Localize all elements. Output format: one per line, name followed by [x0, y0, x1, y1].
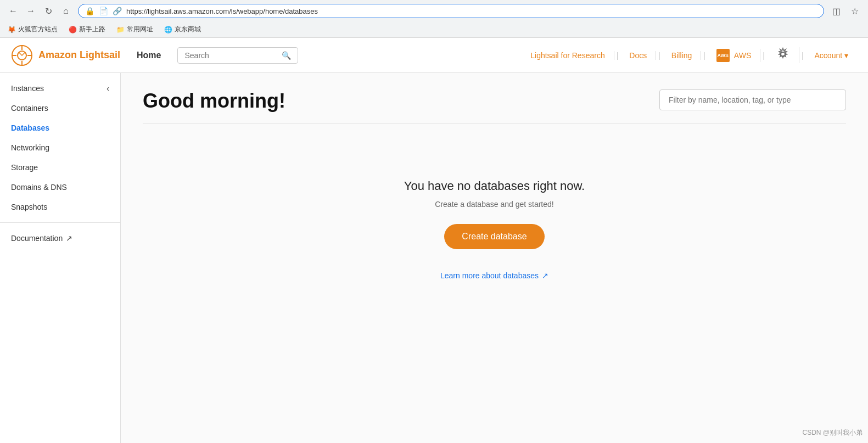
filter-input[interactable]	[659, 89, 846, 110]
sidebar-item-snapshots[interactable]: Snapshots	[0, 197, 120, 217]
search-bar[interactable]: 🔍	[177, 47, 298, 64]
sidebar-item-networking[interactable]: Networking	[0, 138, 120, 158]
bookmark-jd[interactable]: 🌐 京东商城	[162, 24, 203, 35]
home-nav-link[interactable]: Home	[131, 51, 166, 60]
main-layout: Instances ‹ Containers Databases Network…	[0, 73, 868, 443]
lock-icon: 🔒	[85, 7, 94, 15]
site-icon: 📄	[99, 7, 108, 15]
billing-link[interactable]: Billing	[663, 51, 701, 60]
settings-gear[interactable]	[767, 47, 799, 63]
back-button[interactable]: ←	[5, 3, 21, 19]
bookmark-common[interactable]: 📁 常用网址	[114, 24, 155, 35]
watermark: CSDN @别叫我小弟	[802, 428, 863, 438]
sidebar-item-databases[interactable]: Databases	[0, 118, 120, 138]
qr-icon[interactable]: ◫	[828, 3, 844, 19]
share-icon: 🔗	[113, 7, 122, 15]
bookmarks-bar: 🦊 火狐官方站点 🔴 新手上路 📁 常用网址 🌐 京东商城	[0, 22, 868, 37]
collapse-icon: ‹	[107, 84, 109, 93]
browser-chrome: ← → ↻ ⌂ 🔒 📄 🔗 ◫ ☆ 🦊 火狐官方站点 🔴 新手上路 📁 常用网址…	[0, 0, 868, 38]
home-button[interactable]: ⌂	[58, 3, 74, 19]
external-link-icon: ↗	[542, 271, 548, 280]
bookmark-newuser[interactable]: 🔴 新手上路	[66, 24, 108, 35]
browser-icons: ◫ ☆	[828, 3, 863, 19]
gear-icon	[776, 47, 790, 61]
learn-more-link[interactable]: Learn more about databases ↗	[154, 271, 835, 280]
aws-nav-item[interactable]: AWS AWS	[708, 49, 760, 62]
aws-box-icon: AWS	[716, 49, 730, 62]
docs-link[interactable]: Docs	[620, 51, 656, 60]
greeting-text: Good morning!	[143, 89, 285, 113]
empty-state: You have no databases right now. Create …	[143, 157, 846, 302]
account-nav-item[interactable]: Account ▾	[806, 51, 857, 60]
header-nav: Lightsail for Research | Docs | Billing …	[522, 47, 857, 63]
content-header: Good morning!	[143, 89, 846, 113]
address-bar-input[interactable]	[126, 7, 817, 15]
content-area: Good morning! You have no databases righ…	[121, 73, 868, 443]
logo-text: Amazon Lightsail	[38, 49, 120, 61]
lightsail-research-link[interactable]: Lightsail for Research	[522, 51, 614, 60]
empty-state-subtitle: Create a database and get started!	[154, 200, 835, 209]
nav-buttons: ← → ↻ ⌂	[5, 3, 74, 19]
bookmark-firefox[interactable]: 🦊 火狐官方站点	[5, 24, 60, 35]
sidebar-item-instances[interactable]: Instances ‹	[0, 78, 120, 98]
sidebar-item-containers[interactable]: Containers	[0, 98, 120, 118]
lightsail-logo-icon	[11, 44, 33, 66]
sidebar-item-storage[interactable]: Storage	[0, 158, 120, 177]
sidebar-divider	[0, 222, 120, 223]
content-divider	[143, 124, 846, 124]
aws-label: AWS	[734, 51, 751, 60]
sidebar: Instances ‹ Containers Databases Network…	[0, 73, 121, 443]
star-icon[interactable]: ☆	[847, 3, 863, 19]
logo-area[interactable]: Amazon Lightsail	[11, 44, 120, 66]
create-database-button[interactable]: Create database	[444, 224, 544, 249]
empty-state-title: You have no databases right now.	[154, 179, 835, 193]
search-icon: 🔍	[282, 51, 291, 60]
app-header: Amazon Lightsail Home 🔍 Lightsail for Re…	[0, 38, 868, 73]
browser-toolbar: ← → ↻ ⌂ 🔒 📄 🔗 ◫ ☆	[0, 0, 868, 22]
reload-button[interactable]: ↻	[41, 3, 56, 19]
sidebar-item-domains-dns[interactable]: Domains & DNS	[0, 177, 120, 197]
external-link-icon: ↗	[66, 234, 72, 243]
sidebar-documentation-link[interactable]: Documentation ↗	[0, 228, 120, 248]
forward-button[interactable]: →	[23, 3, 38, 19]
search-input[interactable]	[184, 51, 277, 60]
address-bar-container[interactable]: 🔒 📄 🔗	[78, 4, 824, 18]
